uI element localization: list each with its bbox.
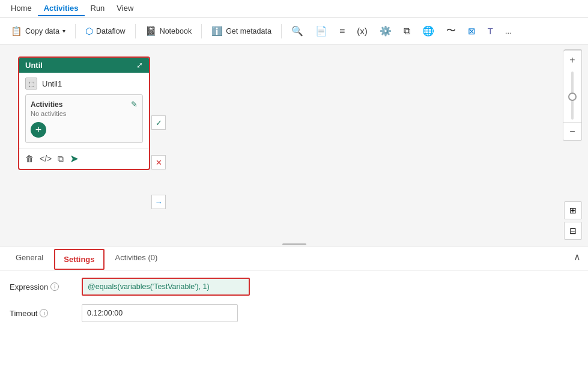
dataflow-label: Dataflow — [96, 27, 126, 35]
expand-icon[interactable]: ⤢ — [136, 61, 143, 70]
get-metadata-button[interactable]: ℹ️ Get metadata — [207, 23, 276, 39]
nav-activities[interactable]: Activities — [38, 1, 85, 16]
toolbar-divider-1 — [75, 24, 76, 38]
run-button[interactable]: ➤ — [70, 152, 79, 165]
zoom-slider-track — [571, 72, 574, 120]
until-toolbar: 🗑 </> ⧉ ➤ — [19, 148, 149, 169]
bottom-panel: General Settings Activities (0) ∧ Expres… — [0, 246, 588, 366]
expression-input[interactable] — [82, 278, 250, 296]
no-activities-text: No activities — [31, 110, 138, 117]
bracket-icon-button[interactable]: ⧉ — [399, 23, 415, 39]
side-connectors: ✓ ✕ → — [151, 115, 166, 209]
until-instance-name: Until1 — [42, 79, 62, 88]
delete-button[interactable]: 🗑 — [25, 154, 34, 163]
nav-run[interactable]: Run — [85, 1, 111, 16]
toolbar-divider-2 — [135, 24, 136, 38]
copy-data-icon: 📋 — [11, 26, 22, 37]
settings-icon-button[interactable]: ⚙️ — [375, 23, 396, 39]
until-title: Until — [25, 61, 43, 70]
more-button[interactable]: ... — [500, 25, 516, 38]
copy-button[interactable]: ⧉ — [58, 154, 64, 164]
get-metadata-label: Get metadata — [226, 27, 271, 35]
timeout-label: Timeout i — [10, 309, 82, 318]
list-icon-button[interactable]: ≡ — [335, 23, 350, 39]
dataflow-button[interactable]: ⬡ Dataflow — [80, 23, 130, 39]
connector-arrow[interactable]: → — [151, 195, 166, 209]
tab-activities[interactable]: Activities (0) — [107, 248, 166, 268]
notebook-button[interactable]: 📓 Notebook — [141, 23, 197, 39]
add-activity-button[interactable]: + — [31, 122, 46, 138]
timeout-info-icon: i — [40, 309, 48, 317]
activities-label: Activities — [31, 100, 62, 109]
tab-settings[interactable]: Settings — [54, 249, 104, 270]
panel-collapse-button[interactable]: ∧ — [574, 251, 581, 263]
variable-icon-button[interactable]: (x) — [352, 23, 372, 38]
toolbar-divider-4 — [281, 24, 282, 38]
copy-data-button[interactable]: 📋 Copy data ▾ — [6, 23, 70, 39]
expression-info-icon: i — [50, 282, 59, 291]
activities-header: Activities ✎ — [31, 100, 138, 109]
toolbar: 📋 Copy data ▾ ⬡ Dataflow 📓 Notebook ℹ️ G… — [0, 18, 588, 44]
canvas-bottom-icons: ⊞ ⊟ — [564, 201, 582, 240]
connector-x[interactable]: ✕ — [151, 155, 166, 169]
activities-box: Activities ✎ No activities + — [25, 94, 143, 143]
grid-view-button[interactable]: ⊟ — [564, 222, 582, 240]
panel-content: Expression i Timeout i — [0, 270, 588, 338]
canvas: 🔍 Until ⤢ ⬚ Until1 Activities ✎ No activ… — [0, 44, 588, 246]
wave-icon-button[interactable]: 〜 — [441, 22, 461, 40]
toolbar-divider-3 — [201, 24, 202, 38]
until-body: ⬚ Until1 Activities ✎ No activities + — [19, 73, 149, 148]
get-metadata-icon: ℹ️ — [211, 26, 223, 37]
expression-row: Expression i — [10, 278, 578, 296]
divider-handle — [282, 243, 306, 245]
tab-general[interactable]: General — [7, 248, 52, 268]
outlook-icon-button[interactable]: ⊠ — [463, 23, 480, 39]
copy-data-arrow-icon: ▾ — [62, 28, 65, 34]
main-area: 🔍 Until ⤢ ⬚ Until1 Activities ✎ No activ… — [0, 44, 588, 246]
fit-view-button[interactable]: ⊞ — [564, 201, 582, 219]
teams-icon-button[interactable]: T — [483, 23, 498, 38]
connector-check[interactable]: ✓ — [151, 115, 166, 130]
edit-icon[interactable]: ✎ — [131, 100, 138, 109]
nav-home[interactable]: Home — [5, 1, 38, 16]
pipeline-icon-button[interactable]: 📄 — [311, 23, 332, 39]
until-instance-icon: ⬚ — [25, 78, 37, 90]
dataflow-icon: ⬡ — [85, 26, 93, 37]
timeout-row: Timeout i — [10, 304, 578, 322]
canvas-divider[interactable] — [0, 242, 588, 246]
nav-view[interactable]: View — [111, 1, 139, 16]
zoom-thumb[interactable] — [568, 93, 577, 101]
zoom-out-button[interactable]: − — [563, 122, 581, 140]
search-toolbar-button[interactable]: 🔍 — [286, 23, 308, 39]
until-header: Until ⤢ — [19, 58, 149, 73]
zoom-controls: + − — [563, 50, 582, 141]
expression-label: Expression i — [10, 282, 82, 291]
until-label-row: ⬚ Until1 — [25, 78, 143, 90]
notebook-icon: 📓 — [145, 26, 157, 37]
zoom-in-button[interactable]: + — [563, 51, 581, 69]
top-nav: Home Activities Run View — [0, 0, 588, 18]
code-button[interactable]: </> — [40, 154, 52, 163]
timeout-input[interactable] — [82, 304, 238, 322]
until-node: Until ⤢ ⬚ Until1 Activities ✎ No activit… — [18, 56, 150, 170]
copy-data-label: Copy data — [25, 27, 59, 35]
globe-icon-button[interactable]: 🌐 — [417, 23, 439, 39]
panel-tabs: General Settings Activities (0) ∧ — [0, 246, 588, 270]
notebook-label: Notebook — [160, 27, 192, 35]
